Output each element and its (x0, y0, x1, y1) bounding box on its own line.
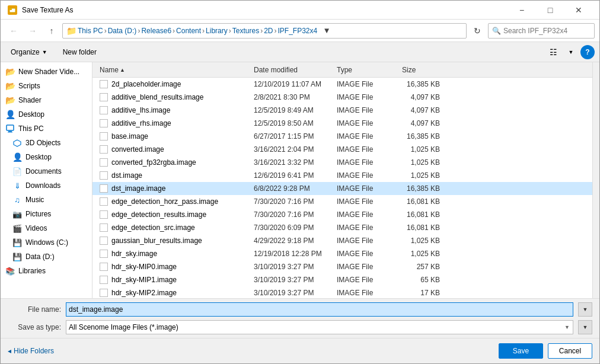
sidebar-item-thispc[interactable]: This PC (1, 122, 92, 136)
file-name-text: additive_rhs.image (111, 119, 171, 127)
save-button[interactable]: Save (499, 343, 543, 359)
sidebar-item-downloads[interactable]: ⇓ Downloads (1, 178, 92, 193)
sidebar-item-libraries[interactable]: 📚 Libraries (1, 264, 92, 278)
table-row[interactable]: hdr_sky.image 12/19/2018 12:28 PM IMAGE … (92, 247, 592, 260)
table-row[interactable]: hdr_sky-MIP2.image 3/10/2019 3:27 PM IMA… (92, 286, 592, 298)
file-name-cell: dst.image (95, 171, 249, 180)
sidebar-label: Pictures (25, 210, 51, 218)
filename-dropdown-button[interactable]: ▼ (578, 302, 592, 317)
sidebar-label: Desktop (18, 110, 44, 119)
sidebar-item-pictures[interactable]: 📷 Pictures (1, 207, 92, 221)
type-select[interactable]: All Scenome Image Files (*.image) (66, 320, 573, 334)
help-button[interactable]: ? (580, 45, 595, 59)
table-row[interactable]: converted.image 3/16/2021 2:04 PM IMAGE … (92, 143, 592, 156)
table-row[interactable]: gaussian_blur_results.image 4/29/2022 9:… (92, 234, 592, 247)
file-date-cell: 12/5/2019 8:49 AM (249, 106, 332, 114)
file-name-cell: converted.image (95, 145, 249, 154)
search-input[interactable] (503, 27, 591, 35)
sort-icon: ▲ (120, 67, 125, 73)
table-row[interactable]: additive_rhs.image 12/5/2019 8:50 AM IMA… (92, 117, 592, 130)
table-row[interactable]: converted_fp32rgba.image 3/16/2021 3:32 … (92, 156, 592, 169)
file-size-cell: 65 KB (397, 276, 445, 284)
file-icon (100, 210, 108, 219)
view-dropdown-button[interactable]: ▼ (563, 44, 579, 60)
type-dropdown-button[interactable]: ▼ (578, 320, 592, 334)
svg-rect-3 (8, 131, 12, 132)
column-type[interactable]: Type (332, 66, 397, 74)
sidebar-item-shader[interactable]: 📂 Shader (1, 93, 92, 107)
table-row[interactable]: additive_lhs.image 12/5/2019 8:49 AM IMA… (92, 104, 592, 117)
table-row[interactable]: base.image 6/27/2017 1:15 PM IMAGE File … (92, 130, 592, 143)
breadcrumb-bar: 📁 This PC › Data (D:) › Release6 › Conte… (62, 23, 467, 39)
file-size-cell: 1,025 KB (397, 250, 445, 258)
sidebar-label: Downloads (25, 181, 60, 190)
breadcrumb-thispc[interactable]: This PC (78, 27, 103, 35)
column-date-modified[interactable]: Date modified (249, 66, 332, 74)
scrollbar[interactable] (592, 62, 599, 298)
new-folder-button[interactable]: New folder (58, 46, 102, 59)
table-row[interactable]: additive_blend_results.image 2/8/2021 8:… (92, 91, 592, 104)
breadcrumb-2d[interactable]: 2D (264, 27, 273, 35)
file-name-input[interactable] (66, 302, 573, 317)
sidebar-label: Desktop (25, 153, 52, 161)
forward-button[interactable]: → (24, 23, 41, 39)
sidebar-item-desktop[interactable]: 👤 Desktop (1, 150, 92, 164)
breadcrumb-content[interactable]: Content (176, 27, 201, 35)
table-row[interactable]: edge_detection_results.image 7/30/2020 7… (92, 208, 592, 221)
file-date-cell: 3/16/2021 2:04 PM (249, 145, 332, 154)
document-icon: 📄 (12, 167, 22, 176)
sidebar-item-music[interactable]: ♫ Music (1, 193, 92, 207)
view-toggle-button[interactable]: ☷ (545, 44, 561, 60)
table-row[interactable]: dst_image.image 6/8/2022 9:28 PM IMAGE F… (92, 182, 592, 195)
file-icon (100, 158, 108, 167)
sidebar-item-scripts[interactable]: 📂 Scripts (1, 79, 92, 93)
organize-label: Organize (11, 48, 40, 56)
file-name-label: File name: (8, 305, 61, 314)
table-row[interactable]: edge_detection_horz_pass.image 7/30/2020… (92, 195, 592, 208)
nav-bar: ← → ↑ 📁 This PC › Data (D:) › Release6 ›… (1, 20, 599, 42)
breadcrumb-textures[interactable]: Textures (232, 27, 259, 35)
sidebar-item-videos[interactable]: 🎬 Videos (1, 221, 92, 235)
sidebar-item-desktop-quick[interactable]: 👤 Desktop (1, 107, 92, 122)
file-date-cell: 7/30/2020 6:09 PM (249, 223, 332, 232)
breadcrumb-library[interactable]: Library (206, 27, 228, 35)
hide-folders-button[interactable]: ◂ Hide Folders (8, 347, 54, 355)
up-button[interactable]: ↑ (43, 23, 60, 39)
file-type-cell: IMAGE File (332, 184, 397, 193)
breadcrumb-ipf[interactable]: IPF_FP32x4 (278, 27, 318, 35)
column-name[interactable]: Name ▲ (95, 66, 249, 74)
cancel-button[interactable]: Cancel (548, 343, 592, 359)
sidebar-item-new-shader[interactable]: 📂 New Shader Vide... (1, 65, 92, 79)
file-list: 2d_placeholder.image 12/10/2019 11:07 AM… (92, 78, 592, 298)
organize-button[interactable]: Organize ▼ (5, 46, 53, 59)
breadcrumb-dropdown-button[interactable]: ▼ (321, 24, 333, 37)
close-button[interactable]: ✕ (565, 1, 592, 19)
minimize-button[interactable]: − (508, 1, 535, 19)
file-name-cell: hdr_sky-MIP1.image (95, 276, 249, 284)
table-row[interactable]: hdr_sky-MIP0.image 3/10/2019 3:27 PM IMA… (92, 260, 592, 273)
file-date-cell: 4/29/2022 9:18 PM (249, 237, 332, 245)
file-size-cell: 16,081 KB (397, 197, 445, 206)
sidebar-item-windows-c[interactable]: 💾 Windows (C:) (1, 235, 92, 250)
filetype-row: Save as type: All Scenome Image Files (*… (8, 320, 592, 334)
sidebar-item-data-d[interactable]: 💾 Data (D:) (1, 250, 92, 264)
drive-icon: 💾 (12, 252, 22, 261)
video-icon: 🎬 (12, 223, 22, 233)
file-size-cell: 16,385 KB (397, 132, 445, 141)
maximize-button[interactable]: □ (537, 1, 564, 19)
breadcrumb-datad[interactable]: Data (D:) (108, 27, 137, 35)
refresh-button[interactable]: ↻ (469, 23, 486, 39)
table-row[interactable]: dst.image 12/6/2019 6:41 PM IMAGE File 1… (92, 169, 592, 182)
file-name-cell: additive_lhs.image (95, 106, 249, 114)
back-button[interactable]: ← (5, 23, 22, 39)
column-size[interactable]: Size (397, 66, 445, 74)
sidebar-item-documents[interactable]: 📄 Documents (1, 164, 92, 178)
file-icon (100, 197, 108, 206)
table-row[interactable]: 2d_placeholder.image 12/10/2019 11:07 AM… (92, 78, 592, 91)
file-date-cell: 7/30/2020 7:16 PM (249, 197, 332, 206)
table-row[interactable]: edge_detection_src.image 7/30/2020 6:09 … (92, 221, 592, 234)
table-row[interactable]: hdr_sky-MIP1.image 3/10/2019 3:27 PM IMA… (92, 273, 592, 286)
breadcrumb-release6[interactable]: Release6 (141, 27, 171, 35)
file-size-cell: 16,385 KB (397, 80, 445, 88)
sidebar-item-3dobjects[interactable]: 3D Objects (1, 136, 92, 150)
